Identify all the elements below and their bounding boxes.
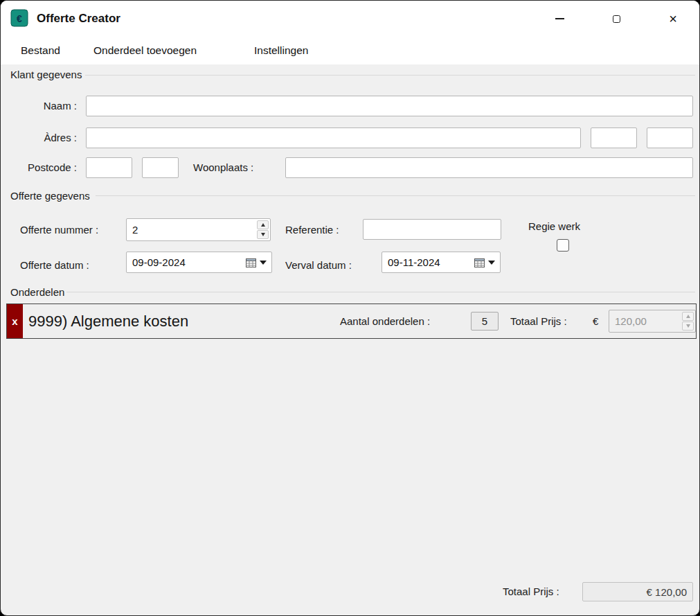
remove-onderdeel-button[interactable]: x bbox=[7, 304, 23, 338]
menu-instellingen[interactable]: Instellingen bbox=[251, 37, 311, 64]
group-title-offerte: Offerte gegevens bbox=[10, 190, 90, 202]
postcode-label: Postcode : bbox=[10, 157, 77, 178]
group-line bbox=[85, 75, 695, 76]
dropdown-arrow-icon bbox=[488, 261, 495, 265]
woonplaats-input[interactable] bbox=[285, 157, 693, 178]
onderdeel-prijs-value: 120,00 bbox=[615, 310, 647, 332]
currency-symbol: € bbox=[593, 304, 598, 338]
regie-werk-label: Regie werk bbox=[528, 220, 580, 234]
app-window: € Offerte Creator × Bestand Onderdeel to… bbox=[0, 0, 700, 616]
totaal-prijs-label: Totaal Prijs : bbox=[510, 304, 567, 338]
referentie-label: Referentie : bbox=[285, 218, 339, 241]
adres-label: Àdres : bbox=[10, 127, 77, 148]
verval-datum-value: 09-11-2024 bbox=[388, 252, 440, 272]
offerte-datum-picker[interactable]: 09-09-2024 bbox=[126, 252, 272, 273]
referentie-input[interactable] bbox=[363, 219, 501, 240]
spin-down-icon bbox=[261, 233, 265, 236]
verval-datum-picker[interactable]: 09-11-2024 bbox=[382, 252, 501, 273]
footer-totaal-value: € 120,00 bbox=[582, 582, 693, 601]
regie-werk-checkbox[interactable] bbox=[557, 239, 569, 252]
minimize-button[interactable] bbox=[544, 7, 575, 30]
maximize-icon bbox=[613, 15, 620, 23]
naam-label: Naam : bbox=[10, 96, 77, 116]
huisnummer-input[interactable] bbox=[591, 127, 637, 148]
offerte-nummer-value: 2 bbox=[132, 219, 138, 240]
svg-text:€: € bbox=[17, 13, 22, 24]
toevoeging-input[interactable] bbox=[647, 127, 693, 148]
footer-totaal-label: Totaal Prijs : bbox=[503, 582, 559, 601]
onderdeel-prijs-spinner: 120,00 bbox=[609, 310, 696, 333]
postcode-ext-input[interactable] bbox=[142, 157, 179, 178]
spin-up-button bbox=[682, 312, 694, 321]
spin-up-button[interactable] bbox=[257, 220, 269, 229]
verval-datum-label: Verval datum : bbox=[285, 254, 352, 276]
group-title-onderdelen: Onderdelen bbox=[10, 286, 64, 299]
minimize-icon bbox=[555, 18, 564, 19]
spin-down-button bbox=[682, 322, 694, 331]
offerte-nummer-spinner[interactable]: 2 bbox=[126, 218, 271, 241]
calendar-icon bbox=[474, 258, 485, 267]
spinner-buttons bbox=[257, 220, 269, 239]
menu-onderdeel-toevoegen[interactable]: Onderdeel toevoegen bbox=[91, 37, 199, 64]
aantal-onderdelen-label: Aantal onderdelen : bbox=[340, 304, 430, 338]
title-bar: € Offerte Creator × bbox=[1, 1, 699, 37]
spin-down-button[interactable] bbox=[257, 230, 269, 239]
maximize-button[interactable] bbox=[600, 7, 632, 30]
offerte-datum-label: Offerte datum : bbox=[20, 254, 89, 276]
spin-up-icon bbox=[686, 315, 690, 318]
dropdown-arrow-icon bbox=[260, 261, 267, 265]
onderdeel-title: 9999) Algemene kosten bbox=[28, 304, 188, 338]
onderdeel-row: x 9999) Algemene kosten Aantal onderdele… bbox=[6, 303, 697, 339]
app-icon: € bbox=[10, 9, 28, 27]
offerte-nummer-label: Offerte nummer : bbox=[20, 218, 98, 241]
window-title: Offerte Creator bbox=[37, 1, 120, 37]
spin-down-icon bbox=[686, 324, 690, 328]
group-line bbox=[96, 195, 695, 196]
woonplaats-label: Woonplaats : bbox=[193, 157, 253, 178]
offerte-datum-value: 09-09-2024 bbox=[132, 252, 186, 272]
calendar-icon bbox=[246, 258, 256, 267]
group-line bbox=[66, 292, 695, 292]
spin-up-icon bbox=[261, 223, 265, 227]
group-title-klant: Klant gegevens bbox=[10, 69, 82, 81]
postcode-input[interactable] bbox=[86, 157, 132, 178]
naam-input[interactable] bbox=[86, 96, 693, 116]
aantal-onderdelen-value: 5 bbox=[471, 312, 499, 331]
close-icon: × bbox=[669, 12, 677, 26]
adres-input[interactable] bbox=[86, 127, 581, 148]
close-button[interactable]: × bbox=[657, 7, 689, 30]
menu-bar: Bestand Onderdeel toevoegen Instellingen bbox=[1, 37, 699, 64]
spinner-buttons bbox=[682, 312, 694, 331]
menu-bestand[interactable]: Bestand bbox=[18, 37, 63, 64]
